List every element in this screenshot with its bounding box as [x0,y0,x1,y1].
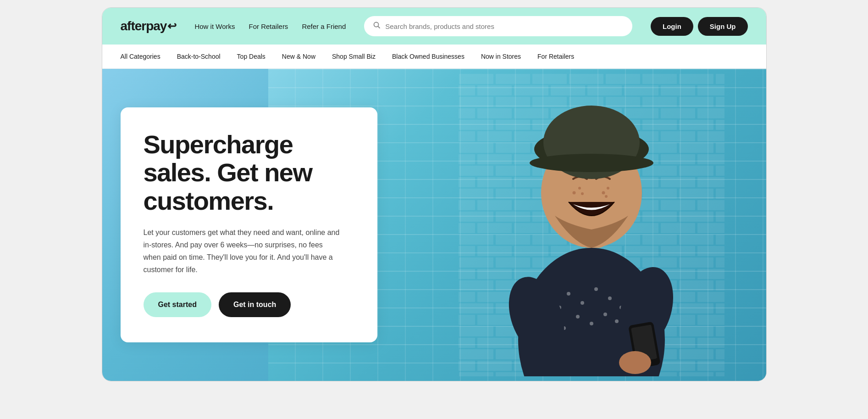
logo-text: afterpay [121,19,167,34]
svg-point-14 [576,315,580,318]
login-button[interactable]: Login [651,17,693,36]
hero-content: Supercharge sales. Get new customers. Le… [121,107,377,343]
svg-point-16 [603,313,607,316]
svg-point-27 [578,187,581,190]
svg-point-11 [608,296,612,300]
svg-point-29 [602,191,605,195]
subnav-all-categories[interactable]: All Categories [121,53,169,60]
hero-subtext: Let your customers get what they need an… [144,226,341,276]
hero-heading: Supercharge sales. Get new customers. [144,130,354,215]
subnav-for-retailers[interactable]: For Retailers [529,53,582,60]
logo-arrow: ↩ [167,20,176,33]
subnav-black-owned[interactable]: Black Owned Businesses [384,53,473,60]
sub-nav: All Categories Back-to-School Top Deals … [102,45,766,69]
svg-point-30 [607,187,609,190]
svg-point-9 [581,301,584,305]
subnav-new-and-now[interactable]: New & Now [274,53,324,60]
hero-person-image [442,69,741,381]
header: afterpay ↩ How it Works For Retailers Re… [102,8,766,45]
svg-point-10 [594,287,598,291]
header-buttons: Login Sign Up [651,17,748,36]
search-input[interactable] [385,22,623,30]
subnav-shop-small-biz[interactable]: Shop Small Biz [324,53,384,60]
site-container: afterpay ↩ How it Works For Retailers Re… [102,7,767,381]
svg-point-8 [567,292,570,296]
get-in-touch-button[interactable]: Get in touch [219,292,291,317]
subnav-now-in-stores[interactable]: Now in Stores [473,53,529,60]
svg-point-15 [590,322,593,325]
get-started-button[interactable]: Get started [144,292,211,317]
svg-line-1 [378,27,380,28]
nav-refer-a-friend[interactable]: Refer a Friend [302,22,346,30]
svg-point-25 [530,154,653,172]
nav-for-retailers[interactable]: For Retailers [249,22,288,30]
svg-point-28 [581,192,584,195]
logo[interactable]: afterpay ↩ [121,19,177,34]
signup-button[interactable]: Sign Up [698,17,748,36]
svg-point-31 [605,195,608,198]
page-wrapper: afterpay ↩ How it Works For Retailers Re… [0,0,868,419]
search-bar [364,16,632,36]
svg-point-17 [615,319,619,323]
svg-point-34 [619,351,651,374]
search-icon [373,22,381,31]
hero-section: Supercharge sales. Get new customers. Le… [102,69,766,381]
subnav-top-deals[interactable]: Top Deals [229,53,274,60]
header-nav: How it Works For Retailers Refer a Frien… [194,22,346,30]
subnav-back-to-school[interactable]: Back-to-School [169,53,229,60]
nav-how-it-works[interactable]: How it Works [194,22,235,30]
hero-buttons: Get started Get in touch [144,292,354,317]
hero-card: Supercharge sales. Get new customers. Le… [121,107,377,343]
hero-person-svg [459,73,724,376]
svg-point-26 [573,191,576,195]
